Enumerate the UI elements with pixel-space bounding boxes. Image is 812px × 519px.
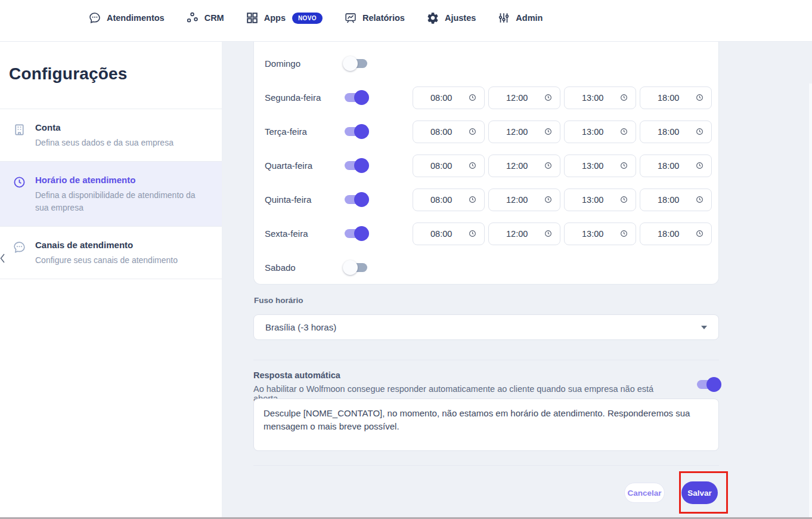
nav-item-apps[interactable]: Apps NOVO <box>246 11 323 24</box>
time-input-start-morning[interactable]: 08:00 <box>413 155 485 177</box>
auto-reply-toggle[interactable] <box>697 380 720 389</box>
time-input-end-afternoon[interactable]: 18:00 <box>640 121 712 143</box>
toggle-knob <box>354 158 369 173</box>
sidebar-title-wrap: Configurações <box>0 42 222 109</box>
auto-reply-message-textarea[interactable]: Desculpe [NOME_CONTATO], no momento, não… <box>253 398 719 451</box>
day-row-sexta-feira: Sexta-feira 08:00 12:00 13:00 18:00 <box>254 217 718 251</box>
chevron-left-icon[interactable] <box>0 252 7 265</box>
footer-divider <box>253 465 719 466</box>
apps-grid-icon <box>246 11 259 24</box>
day-toggle-quinta-feira[interactable] <box>345 195 367 204</box>
nav-label: Apps <box>264 13 286 23</box>
main-nav: Atendimentos CRM Apps NOVO <box>88 6 543 30</box>
clock-icon <box>620 230 628 237</box>
time-inputs: 08:00 12:00 13:00 18:00 <box>413 155 712 177</box>
day-row-quinta-feira: Quinta-feira 08:00 12:00 13:00 18:00 <box>254 183 718 217</box>
time-input-start-afternoon[interactable]: 13:00 <box>564 155 636 177</box>
nav-label: Relatórios <box>362 13 405 23</box>
day-label: Terça-feira <box>265 126 345 137</box>
day-toggle-domingo[interactable] <box>345 59 367 68</box>
time-input-start-morning[interactable]: 08:00 <box>413 121 485 143</box>
time-input-start-afternoon[interactable]: 13:00 <box>564 223 636 245</box>
clock-icon <box>469 94 476 101</box>
sidebar-item-canais-de-atendimento[interactable]: Canais de atendimento Configure seus can… <box>0 227 222 279</box>
toggle-knob <box>354 226 369 241</box>
time-value: 18:00 <box>658 161 679 171</box>
section-divider <box>253 360 719 360</box>
time-value: 13:00 <box>582 161 603 171</box>
network-circles-icon <box>186 11 199 24</box>
day-row-quarta-feira: Quarta-feira 08:00 12:00 13:00 18:00 <box>254 149 718 183</box>
nav-item-admin[interactable]: Admin <box>497 11 543 24</box>
time-input-end-afternoon[interactable]: 18:00 <box>640 86 712 109</box>
day-label: Domingo <box>265 58 345 69</box>
sidebar-item-horario-de-atendimento[interactable]: Horário de atendimento Defina a disponib… <box>0 162 222 227</box>
day-toggle-quarta-feira[interactable] <box>345 161 367 170</box>
time-inputs: 08:00 12:00 13:00 18:00 <box>413 189 712 211</box>
day-toggle-segunda-feira[interactable] <box>345 93 367 102</box>
time-inputs: 08:00 12:00 13:00 18:00 <box>413 223 712 245</box>
time-input-end-afternoon[interactable]: 18:00 <box>640 155 712 177</box>
nav-item-crm[interactable]: CRM <box>186 11 224 24</box>
time-input-start-morning[interactable]: 08:00 <box>413 223 485 245</box>
page-title: Configurações <box>9 64 210 84</box>
sidebar-item-label: Conta <box>35 122 173 132</box>
clock-icon <box>544 94 552 101</box>
day-toggle-sexta-feira[interactable] <box>345 229 367 238</box>
time-input-end-morning[interactable]: 12:00 <box>488 86 560 109</box>
day-toggle-sabado[interactable] <box>345 263 367 272</box>
building-icon <box>13 123 26 137</box>
clock-icon <box>544 128 552 135</box>
time-input-end-afternoon[interactable]: 18:00 <box>640 189 712 211</box>
time-value: 08:00 <box>430 93 452 103</box>
toggle-knob <box>354 90 369 105</box>
time-value: 13:00 <box>582 195 603 205</box>
time-value: 08:00 <box>430 161 452 171</box>
time-value: 12:00 <box>506 127 528 137</box>
nav-item-atendimentos[interactable]: Atendimentos <box>88 11 165 24</box>
scrollbar[interactable] <box>809 84 812 519</box>
time-value: 18:00 <box>658 195 679 205</box>
clock-icon <box>696 128 703 135</box>
sidebar-item-conta[interactable]: Conta Defina seus dados e da sua empresa <box>0 109 222 162</box>
sidebar-item-description: Configure seus canais de atendimento <box>35 254 178 267</box>
time-input-end-morning[interactable]: 12:00 <box>488 155 560 177</box>
novo-badge: NOVO <box>292 13 323 24</box>
chat-bubble-icon <box>88 11 101 24</box>
clock-icon <box>620 94 628 101</box>
day-row-sabado: Sabado <box>254 251 718 285</box>
time-value: 12:00 <box>506 229 528 239</box>
save-button[interactable]: Salvar <box>681 481 718 504</box>
clock-icon <box>544 162 552 169</box>
day-toggle-terca-feira[interactable] <box>345 127 367 136</box>
nav-item-ajustes[interactable]: Ajustes <box>426 11 476 24</box>
clock-icon <box>696 94 703 101</box>
clock-icon <box>696 230 703 237</box>
nav-label: Admin <box>516 13 543 23</box>
clock-icon <box>13 175 26 189</box>
time-inputs: 08:00 12:00 13:00 18:00 <box>413 121 712 143</box>
time-input-end-morning[interactable]: 12:00 <box>488 223 560 245</box>
caret-down-icon <box>701 326 707 329</box>
nav-label: Atendimentos <box>107 13 165 23</box>
time-input-start-afternoon[interactable]: 13:00 <box>564 121 636 143</box>
time-input-start-morning[interactable]: 08:00 <box>413 189 485 211</box>
nav-label: Ajustes <box>445 13 476 23</box>
auto-reply-label: Resposta automática <box>253 370 719 380</box>
time-input-start-afternoon[interactable]: 13:00 <box>564 189 636 211</box>
time-value: 13:00 <box>582 127 603 137</box>
toggle-knob <box>343 260 358 275</box>
nav-item-relatorios[interactable]: Relatórios <box>344 11 405 24</box>
time-input-end-afternoon[interactable]: 18:00 <box>640 223 712 245</box>
settings-main-panel: Domingo Segunda-feira 08:00 12:00 13:00 … <box>222 42 812 519</box>
report-chart-icon <box>344 11 357 24</box>
time-input-start-afternoon[interactable]: 13:00 <box>564 86 636 109</box>
time-input-end-morning[interactable]: 12:00 <box>488 121 560 143</box>
time-input-end-morning[interactable]: 12:00 <box>488 189 560 211</box>
clock-icon <box>620 162 628 169</box>
time-value: 08:00 <box>430 195 452 205</box>
timezone-select[interactable]: Brasília (-3 horas) <box>253 314 719 340</box>
cancel-button[interactable]: Cancelar <box>624 483 665 503</box>
clock-icon <box>469 230 476 237</box>
time-input-start-morning[interactable]: 08:00 <box>413 86 485 109</box>
